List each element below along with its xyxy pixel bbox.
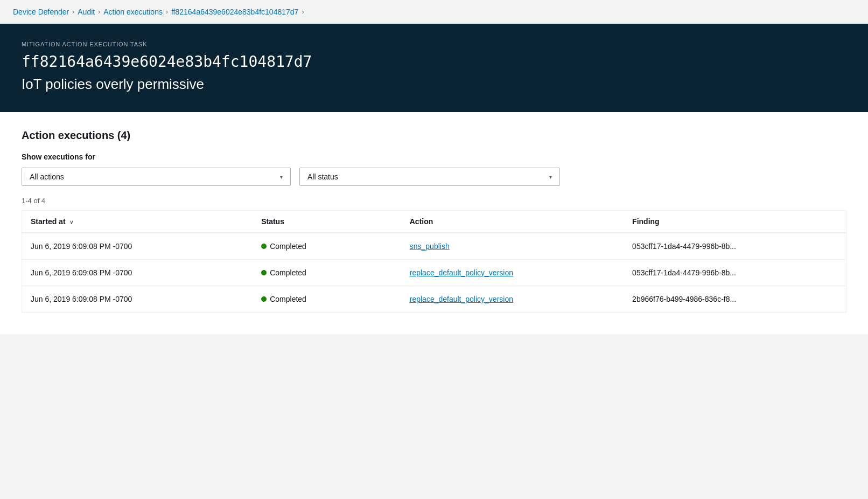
show-executions-label: Show executions for <box>22 153 846 161</box>
status-dot-icon <box>261 296 267 302</box>
actions-filter-value: All actions <box>30 172 64 181</box>
header-task-name: IoT policies overly permissive <box>22 76 846 93</box>
action-link[interactable]: sns_publish <box>410 242 450 251</box>
breadcrumb-sep-4: › <box>302 8 304 16</box>
result-count: 1-4 of 4 <box>22 197 846 205</box>
col-header-finding: Finding <box>624 211 846 233</box>
cell-started-at: Jun 6, 2019 6:09:08 PM -0700 <box>22 286 253 313</box>
col-header-started-at[interactable]: Started at ∨ <box>22 211 253 233</box>
sort-icon-started-at: ∨ <box>69 219 73 225</box>
section-title: Action executions (4) <box>22 129 846 142</box>
table-header-row: Started at ∨ Status Action Finding <box>22 211 846 233</box>
cell-status: Completed <box>253 260 401 286</box>
breadcrumb-sep-3: › <box>166 8 168 16</box>
table-row: Jun 6, 2019 6:09:08 PM -0700Completedrep… <box>22 260 846 286</box>
action-link[interactable]: replace_default_policy_version <box>410 268 513 277</box>
action-link[interactable]: replace_default_policy_version <box>410 295 513 303</box>
main-content: Action executions (4) Show executions fo… <box>0 112 868 334</box>
cell-status: Completed <box>253 286 401 313</box>
cell-action[interactable]: sns_publish <box>401 233 624 260</box>
breadcrumb: Device Defender › Audit › Action executi… <box>0 0 868 24</box>
cell-action[interactable]: replace_default_policy_version <box>401 260 624 286</box>
cell-started-at: Jun 6, 2019 6:09:08 PM -0700 <box>22 233 253 260</box>
header-subtitle: MITIGATION ACTION EXECUTION TASK <box>22 41 846 47</box>
status-dot-icon <box>261 270 267 275</box>
header-banner: MITIGATION ACTION EXECUTION TASK ff82164… <box>0 24 868 112</box>
status-text: Completed <box>270 268 306 277</box>
status-filter-value: All status <box>307 172 338 181</box>
status-text: Completed <box>270 295 306 303</box>
status-dot-icon <box>261 244 267 249</box>
breadcrumb-sep-2: › <box>98 8 100 16</box>
breadcrumb-task-id[interactable]: ff82164a6439e6024e83b4fc104817d7 <box>171 8 298 16</box>
col-header-action: Action <box>401 211 624 233</box>
breadcrumb-audit[interactable]: Audit <box>78 8 95 16</box>
cell-started-at: Jun 6, 2019 6:09:08 PM -0700 <box>22 260 253 286</box>
filter-row: All actions ▾ All status ▾ <box>22 168 846 186</box>
cell-status: Completed <box>253 233 401 260</box>
status-text: Completed <box>270 242 306 251</box>
cell-finding: 2b966f76-b499-4986-836c-f8... <box>624 286 846 313</box>
breadcrumb-sep-1: › <box>72 8 74 16</box>
cell-action[interactable]: replace_default_policy_version <box>401 286 624 313</box>
executions-table: Started at ∨ Status Action Finding Jun 6… <box>22 210 846 313</box>
actions-filter-chevron-icon: ▾ <box>280 174 283 180</box>
cell-finding: 053cff17-1da4-4479-996b-8b... <box>624 260 846 286</box>
status-filter-chevron-icon: ▾ <box>549 174 552 180</box>
header-task-id: ff82164a6439e6024e83b4fc104817d7 <box>22 53 846 71</box>
cell-finding: 053cff17-1da4-4479-996b-8b... <box>624 233 846 260</box>
status-filter-select[interactable]: All status ▾ <box>299 168 560 186</box>
breadcrumb-device-defender[interactable]: Device Defender <box>13 8 69 16</box>
table-row: Jun 6, 2019 6:09:08 PM -0700Completedsns… <box>22 233 846 260</box>
actions-filter-select[interactable]: All actions ▾ <box>22 168 291 186</box>
table-row: Jun 6, 2019 6:09:08 PM -0700Completedrep… <box>22 286 846 313</box>
col-header-status: Status <box>253 211 401 233</box>
breadcrumb-action-executions[interactable]: Action executions <box>103 8 163 16</box>
